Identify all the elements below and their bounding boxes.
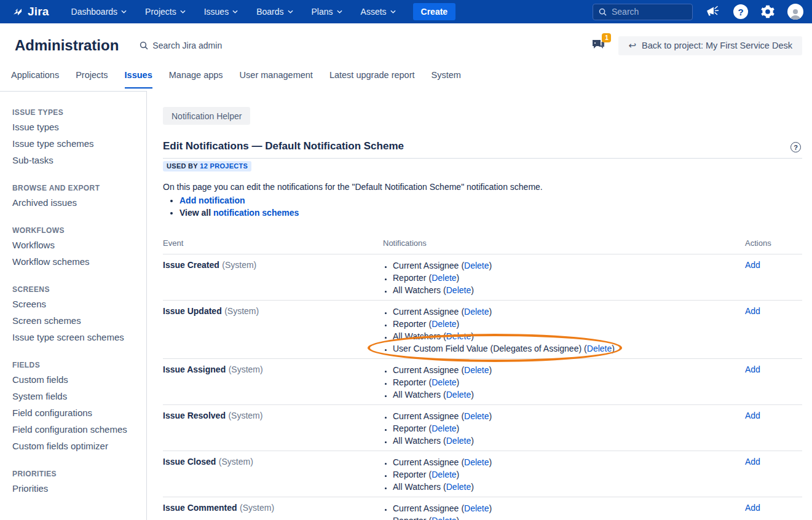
notification-item: Reporter(Delete) — [393, 376, 745, 388]
tab-manage-apps[interactable]: Manage apps — [169, 70, 223, 89]
help-icon[interactable]: ? — [790, 142, 801, 152]
notification-item: Current Assignee(Delete) — [393, 502, 745, 514]
delete-link[interactable]: Delete — [432, 273, 456, 283]
admin-header-right: 1 ↩︎ Back to project: My First Service D… — [591, 36, 802, 55]
sidebar-item-archived-issues[interactable]: Archived issues — [0, 194, 146, 211]
delete-link[interactable]: Delete — [446, 482, 471, 492]
used-by-badge[interactable]: USED BY 12 PROJECTS — [163, 161, 251, 171]
tab-projects[interactable]: Projects — [76, 70, 108, 89]
delete-link[interactable]: Delete — [432, 516, 456, 520]
sidebar-item-field-configuration-schemes[interactable]: Field configuration schemes — [0, 421, 146, 438]
back-to-project-button[interactable]: ↩︎ Back to project: My First Service Des… — [618, 36, 802, 55]
scheme-links: Add notification View all notification s… — [179, 195, 802, 219]
scheme-heading: Edit Notifications — Default Notificatio… — [163, 140, 404, 152]
delete-link[interactable]: Delete — [464, 503, 489, 513]
delete-link[interactable]: Delete — [432, 377, 456, 387]
jira-logo-text: Jira — [28, 5, 49, 18]
add-link[interactable]: Add — [745, 411, 760, 420]
table-row-issue-closed: Issue Closed (System) Current Assignee(D… — [163, 451, 802, 497]
delete-link[interactable]: Delete — [446, 390, 471, 400]
admin-header: Administration Search Jira admin 1 ↩︎ Ba… — [0, 23, 812, 68]
sidebar-item-custom-fields[interactable]: Custom fields — [0, 371, 146, 388]
delete-link[interactable]: Delete — [432, 319, 456, 329]
notification-scheme-content: Notification Helper Edit Notifications —… — [147, 91, 812, 520]
tab-user-management[interactable]: User management — [240, 70, 313, 89]
notification-item: Current Assignee(Delete) — [393, 456, 745, 468]
table-row-issue-assigned: Issue Assigned (System) Current Assignee… — [163, 359, 802, 405]
search-icon — [599, 8, 607, 16]
used-by-projects-link[interactable]: 12 PROJECTS — [200, 162, 248, 170]
sidebar-item-sub-tasks[interactable]: Sub-tasks — [0, 152, 146, 168]
delete-link[interactable]: Delete — [587, 344, 612, 353]
nav-boards-menu[interactable]: Boards — [256, 7, 293, 17]
table-row-issue-updated: Issue Updated (System) Current Assignee(… — [163, 301, 802, 359]
jira-admin-page: Jira Dashboards Projects Issues Boards P… — [0, 0, 812, 520]
table-row-issue-commented: Issue Commented (System) Current Assigne… — [163, 497, 802, 520]
tab-system[interactable]: System — [432, 70, 461, 89]
add-link[interactable]: Add — [745, 503, 760, 513]
delete-link[interactable]: Delete — [464, 365, 489, 375]
nav-projects-menu[interactable]: Projects — [145, 7, 186, 17]
sidebar-item-custom-fields-optimizer[interactable]: Custom fields optimizer — [0, 438, 146, 454]
sidebar-item-field-configurations[interactable]: Field configurations — [0, 404, 146, 421]
sidebar-item-priorities[interactable]: Priorities — [0, 480, 146, 497]
sidebar-item-issue-type-screen-schemes[interactable]: Issue type screen schemes — [0, 329, 146, 345]
add-link[interactable]: Add — [745, 364, 760, 374]
sidebar-item-issue-types[interactable]: Issue types — [0, 119, 146, 135]
sidebar-section-browse-and-export: BROWSE AND EXPORT — [12, 184, 134, 192]
feedback-chat-icon[interactable]: 1 — [591, 37, 610, 53]
jira-logo-icon — [11, 6, 24, 18]
settings-gear-icon[interactable] — [761, 5, 775, 18]
sidebar-item-issue-type-schemes[interactable]: Issue type schemes — [0, 135, 146, 152]
add-link[interactable]: Add — [745, 457, 760, 467]
delete-link[interactable]: Delete — [446, 285, 471, 295]
delete-link[interactable]: Delete — [464, 307, 489, 317]
notification-helper-button[interactable]: Notification Helper — [163, 107, 250, 125]
notification-item: All Watchers(Delete) — [393, 435, 745, 447]
add-link[interactable]: Add — [745, 306, 760, 316]
notification-item: All Watchers(Delete) — [393, 481, 745, 493]
sidebar-item-workflows[interactable]: Workflows — [0, 237, 146, 253]
notification-item: Current Assignee(Delete) — [393, 259, 745, 272]
global-search-input[interactable]: Search — [593, 4, 693, 20]
delete-link[interactable]: Delete — [446, 331, 471, 341]
notification-item: Reporter(Delete) — [393, 422, 745, 435]
notification-item: All Watchers(Delete) — [393, 388, 745, 401]
sidebar-item-screen-schemes[interactable]: Screen schemes — [0, 312, 146, 329]
chevron-down-icon — [390, 10, 396, 14]
notification-count-badge: 1 — [602, 33, 611, 42]
delete-link[interactable]: Delete — [432, 423, 456, 433]
delete-link[interactable]: Delete — [464, 457, 489, 467]
nav-issues-menu[interactable]: Issues — [204, 7, 238, 17]
help-icon[interactable]: ? — [733, 4, 748, 19]
create-button[interactable]: Create — [413, 3, 456, 20]
admin-tab-bar: Applications Projects Issues Manage apps… — [0, 68, 812, 91]
delete-link[interactable]: Delete — [432, 470, 456, 479]
tab-applications[interactable]: Applications — [11, 70, 59, 89]
sidebar-item-workflow-schemes[interactable]: Workflow schemes — [0, 253, 146, 270]
notification-item: Current Assignee(Delete) — [393, 410, 745, 422]
sidebar-section-priorities: PRIORITIES — [12, 470, 134, 478]
delete-link[interactable]: Delete — [464, 411, 489, 421]
delete-link[interactable]: Delete — [446, 436, 471, 446]
notification-item: All Watchers(Delete) — [393, 330, 745, 342]
tab-latest-upgrade-report[interactable]: Latest upgrade report — [329, 70, 415, 89]
add-notification-link[interactable]: Add notification — [179, 195, 245, 205]
nav-dashboards-menu[interactable]: Dashboards — [71, 7, 127, 17]
tab-issues[interactable]: Issues — [125, 70, 152, 89]
table-header-row: Event Notifications Actions — [163, 235, 802, 254]
sidebar-section-issue-types: ISSUE TYPES — [12, 108, 134, 117]
jira-logo[interactable]: Jira — [11, 5, 49, 18]
delete-link[interactable]: Delete — [464, 261, 489, 270]
notification-item: Reporter(Delete) — [393, 318, 745, 330]
sidebar-item-screens[interactable]: Screens — [0, 296, 146, 312]
admin-search-input[interactable]: Search Jira admin — [140, 41, 222, 50]
nav-assets-menu[interactable]: Assets — [361, 7, 396, 17]
table-row-issue-resolved: Issue Resolved (System) Current Assignee… — [163, 405, 802, 451]
notification-schemes-link[interactable]: notification schemes — [213, 208, 299, 218]
sidebar-item-system-fields[interactable]: System fields — [0, 388, 146, 404]
nav-plans-menu[interactable]: Plans — [312, 7, 342, 17]
user-avatar[interactable] — [787, 4, 803, 20]
feedback-megaphone-icon[interactable] — [706, 5, 720, 18]
add-link[interactable]: Add — [745, 260, 760, 270]
